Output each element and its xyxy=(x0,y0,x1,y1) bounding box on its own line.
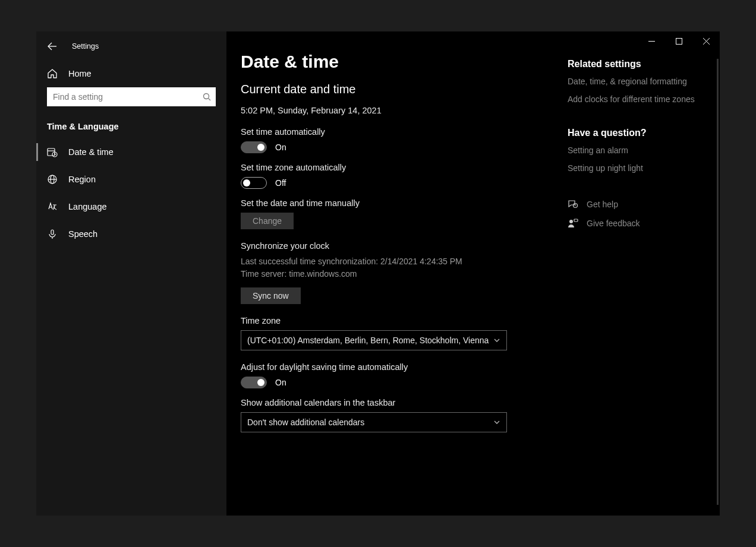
sidebar-item-date-time[interactable]: Date & time xyxy=(36,138,226,166)
give-feedback-link[interactable]: Give feedback xyxy=(568,218,709,229)
main-panel: Date & time Current date and time 5:02 P… xyxy=(226,31,720,516)
related-link-date-time-formatting[interactable]: Date, time, & regional formatting xyxy=(568,77,709,86)
dst-state: On xyxy=(275,378,286,387)
page-title: Date & time xyxy=(241,52,553,72)
arrow-left-icon xyxy=(48,42,57,51)
chevron-down-icon xyxy=(493,419,500,426)
sidebar-item-speech[interactable]: Speech xyxy=(36,220,226,248)
settings-window: Settings Home Time & Language xyxy=(36,31,720,516)
additional-calendars-label: Show additional calendars in the taskbar xyxy=(241,398,553,407)
additional-calendars-value: Don't show additional calendars xyxy=(247,418,364,427)
timezone-select[interactable]: (UTC+01:00) Amsterdam, Berlin, Bern, Rom… xyxy=(241,330,507,350)
have-question-heading: Have a question? xyxy=(568,128,709,138)
close-icon xyxy=(703,38,710,45)
set-timezone-auto-label: Set time zone automatically xyxy=(241,163,553,172)
sidebar-item-language[interactable]: Language xyxy=(36,193,226,220)
set-timezone-auto-state: Off xyxy=(275,178,286,188)
maximize-icon xyxy=(676,38,682,45)
set-timezone-auto-toggle[interactable] xyxy=(241,177,267,189)
sync-heading: Synchronize your clock xyxy=(241,241,553,251)
timezone-label: Time zone xyxy=(241,316,553,325)
person-feedback-icon xyxy=(568,218,578,229)
set-manual-label: Set the date and time manually xyxy=(241,198,553,208)
set-time-auto-label: Set time automatically xyxy=(241,127,553,137)
sync-server-text: Time server: time.windows.com xyxy=(241,268,553,280)
search-container xyxy=(36,87,226,112)
sync-now-button[interactable]: Sync now xyxy=(241,287,301,304)
app-title: Settings xyxy=(72,42,99,50)
sidebar-item-label: Language xyxy=(68,202,107,211)
minimize-button[interactable] xyxy=(638,31,665,50)
search-input[interactable] xyxy=(47,88,216,105)
right-rail: Related settings Date, time, & regional … xyxy=(568,31,720,516)
minimize-icon xyxy=(648,38,655,45)
chat-help-icon: ? xyxy=(568,199,578,210)
question-link-night-light[interactable]: Setting up night light xyxy=(568,163,709,173)
question-link-setting-alarm[interactable]: Setting an alarm xyxy=(568,146,709,155)
titlebar-controls xyxy=(638,31,720,50)
sidebar-section-title: Time & Language xyxy=(36,112,226,138)
sidebar-item-label: Speech xyxy=(68,229,97,239)
chevron-down-icon xyxy=(493,337,500,344)
related-settings-heading: Related settings xyxy=(568,59,709,69)
dst-label: Adjust for daylight saving time automati… xyxy=(241,362,553,372)
current-date-time-heading: Current date and time xyxy=(241,83,553,96)
sidebar-item-label: Region xyxy=(68,175,96,184)
dst-toggle[interactable] xyxy=(241,377,267,388)
microphone-icon xyxy=(47,229,58,239)
clock-calendar-icon xyxy=(47,147,58,157)
svg-rect-15 xyxy=(51,230,53,235)
sidebar-home-label: Home xyxy=(68,69,92,78)
globe-icon xyxy=(47,174,58,185)
close-button[interactable] xyxy=(692,31,720,50)
change-button[interactable]: Change xyxy=(241,213,294,229)
scrollbar[interactable] xyxy=(717,59,719,505)
current-date-time-value: 5:02 PM, Sunday, February 14, 2021 xyxy=(241,106,553,115)
get-help-label: Get help xyxy=(587,200,618,209)
get-help-link[interactable]: ? Get help xyxy=(568,199,709,210)
language-icon xyxy=(47,201,58,212)
additional-calendars-select[interactable]: Don't show additional calendars xyxy=(241,412,507,432)
set-time-auto-toggle[interactable] xyxy=(241,141,267,153)
maximize-button[interactable] xyxy=(665,31,692,50)
content-area: Date & time Current date and time 5:02 P… xyxy=(226,31,568,516)
sidebar-item-region[interactable]: Region xyxy=(36,166,226,193)
sync-last-text: Last successful time synchronization: 2/… xyxy=(241,255,553,268)
related-link-add-clocks[interactable]: Add clocks for different time zones xyxy=(568,94,709,104)
sidebar: Settings Home Time & Language xyxy=(36,31,226,516)
back-button[interactable] xyxy=(47,41,58,52)
timezone-select-value: (UTC+01:00) Amsterdam, Berlin, Bern, Rom… xyxy=(247,336,489,345)
search-box[interactable] xyxy=(47,87,216,106)
set-time-auto-state: On xyxy=(275,143,286,152)
give-feedback-label: Give feedback xyxy=(587,219,640,228)
sidebar-item-label: Date & time xyxy=(68,147,114,157)
home-icon xyxy=(47,68,58,79)
sidebar-header: Settings xyxy=(36,36,226,60)
svg-point-19 xyxy=(569,220,573,223)
svg-text:?: ? xyxy=(575,204,577,207)
svg-rect-1 xyxy=(676,38,682,44)
svg-rect-20 xyxy=(574,219,578,222)
sidebar-home[interactable]: Home xyxy=(36,60,226,87)
